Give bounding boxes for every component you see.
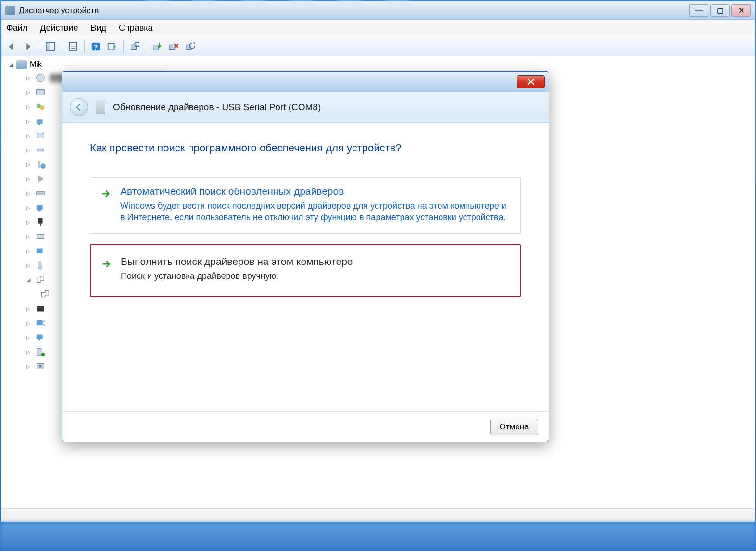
help-button[interactable]: ? xyxy=(88,39,103,54)
arrow-right-icon xyxy=(101,256,113,282)
close-button[interactable]: ✕ xyxy=(731,4,751,17)
dialog-header: Обновление драйверов - USB Serial Port (… xyxy=(62,92,549,123)
svg-rect-12 xyxy=(153,46,159,50)
svg-rect-32 xyxy=(37,234,44,238)
dialog-close-button[interactable] xyxy=(517,75,545,88)
statusbar xyxy=(1,508,755,522)
app-icon xyxy=(5,6,15,15)
svg-rect-22 xyxy=(37,149,44,151)
svg-rect-21 xyxy=(37,133,44,138)
nav-back-button[interactable] xyxy=(4,39,19,54)
cancel-button[interactable]: Отмена xyxy=(490,419,538,435)
update-driver-button[interactable] xyxy=(150,39,164,54)
svg-rect-19 xyxy=(37,119,43,124)
svg-rect-20 xyxy=(38,124,40,125)
svg-rect-36 xyxy=(37,335,43,339)
option-browse-computer[interactable]: Выполнить поиск драйверов на этом компью… xyxy=(90,244,521,297)
expand-arrow-icon: ◢ xyxy=(9,61,13,68)
svg-text:?: ? xyxy=(94,43,98,50)
menu-help[interactable]: Справка xyxy=(119,23,153,33)
svg-point-18 xyxy=(40,105,44,110)
menu-file[interactable]: Файл xyxy=(6,23,27,33)
option-title: Выполнить поиск драйверов на этом компью… xyxy=(121,256,509,267)
action-button[interactable] xyxy=(105,39,119,54)
svg-rect-34 xyxy=(37,306,44,312)
svg-text:?: ? xyxy=(42,164,44,169)
cancel-label: Отмена xyxy=(500,422,529,432)
dialog-question: Как провести поиск программного обеспече… xyxy=(90,142,521,154)
dialog-body: Как провести поиск программного обеспече… xyxy=(62,123,549,411)
svg-rect-23 xyxy=(38,161,41,168)
svg-rect-38 xyxy=(37,349,41,356)
maximize-button[interactable]: ▢ xyxy=(710,4,730,17)
arrow-right-icon xyxy=(101,186,113,224)
svg-rect-33 xyxy=(37,249,43,253)
option-desc: Поиск и установка драйверов вручную. xyxy=(121,270,509,282)
dialog-title: Обновление драйверов - USB Serial Port (… xyxy=(113,102,321,113)
svg-point-15 xyxy=(37,74,45,82)
svg-rect-29 xyxy=(38,210,41,212)
menubar: Файл Действие Вид Справка xyxy=(1,20,755,37)
svg-rect-28 xyxy=(37,205,43,210)
menu-view[interactable]: Вид xyxy=(90,23,106,33)
minimize-button[interactable]: — xyxy=(689,4,708,17)
svg-point-39 xyxy=(41,353,45,356)
svg-line-11 xyxy=(138,46,139,47)
svg-rect-30 xyxy=(38,218,42,224)
show-hide-tree-button[interactable] xyxy=(43,39,58,54)
computer-icon xyxy=(16,60,27,69)
properties-button[interactable] xyxy=(66,39,80,54)
disable-button[interactable] xyxy=(183,39,197,54)
svg-rect-37 xyxy=(38,339,40,341)
dialog-footer: Отмена xyxy=(62,411,549,442)
svg-rect-16 xyxy=(37,90,45,95)
dialog-titlebar xyxy=(62,72,549,92)
uninstall-button[interactable] xyxy=(166,39,181,54)
toolbar: ? xyxy=(1,37,755,56)
svg-rect-14 xyxy=(186,45,191,49)
option-title: Автоматический поиск обновленных драйвер… xyxy=(120,186,510,197)
svg-point-41 xyxy=(39,365,42,368)
option-auto-search[interactable]: Автоматический поиск обновленных драйвер… xyxy=(90,177,521,234)
tree-root[interactable]: ◢ Mik xyxy=(3,60,753,69)
scan-hardware-button[interactable] xyxy=(127,39,142,54)
svg-rect-35 xyxy=(37,320,43,325)
svg-rect-9 xyxy=(131,45,137,49)
back-button[interactable] xyxy=(70,98,88,116)
option-desc: Windows будет вести поиск последних верс… xyxy=(120,200,510,224)
svg-rect-1 xyxy=(47,42,50,50)
device-icon xyxy=(96,100,105,114)
window-title: Диспетчер устройств xyxy=(19,6,99,15)
svg-rect-8 xyxy=(108,43,114,50)
update-driver-dialog: Обновление драйверов - USB Serial Port (… xyxy=(62,71,549,442)
menu-action[interactable]: Действие xyxy=(40,23,78,33)
nav-forward-button[interactable] xyxy=(21,39,35,54)
taskbar xyxy=(0,522,756,551)
titlebar: Диспетчер устройств — ▢ ✕ xyxy=(1,1,755,20)
root-label: Mik xyxy=(30,60,42,69)
